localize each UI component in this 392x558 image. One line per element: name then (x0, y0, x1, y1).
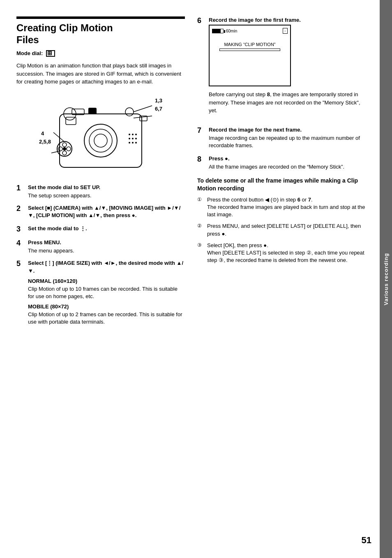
mode-dial-line: Mode dial: (16, 50, 185, 57)
battery-icon: 60min (212, 28, 237, 34)
step-6: 6 Record the image for the first frame. … (197, 16, 367, 120)
svg-line-27 (53, 132, 65, 142)
svg-point-3 (94, 134, 107, 147)
side-tab: Various recording (380, 0, 392, 558)
step-4-desc: The menu appears. (28, 247, 185, 255)
diagram-label-13: 1,3 (155, 97, 162, 104)
step-5-sub1-heading: NORMAL (160×120) (28, 278, 185, 284)
svg-point-17 (132, 134, 134, 135)
circle-text-3: Select [OK], then press ●.When [DELETE L… (207, 242, 367, 264)
circle-num-3: ③ (197, 242, 205, 264)
diagram-label-67: 6,7 (155, 106, 162, 112)
step-2-title: Select [■] (CAMERA) with ▲/▼, [MOVING IM… (28, 204, 185, 219)
svg-rect-0 (60, 114, 142, 167)
step-3-title: Set the mode dial to ⋮. (28, 225, 185, 232)
right-column: 6 Record the image for the first frame. … (197, 16, 367, 542)
side-tab-text: Various recording (383, 253, 389, 306)
sub-section-title: To delete some or all the frame images w… (197, 177, 367, 193)
sub-section: To delete some or all the frame images w… (197, 177, 367, 264)
step-8-desc: All the frame images are recorded on the… (209, 163, 367, 171)
svg-point-12 (62, 151, 67, 155)
svg-point-23 (132, 142, 134, 144)
svg-point-22 (129, 142, 130, 144)
mode-dial-icon (46, 50, 55, 57)
step-4-num: 4 (16, 239, 25, 248)
step-4: 4 Press MENU. The menu appears. (16, 239, 185, 255)
step-4-title: Press MENU. (28, 239, 185, 246)
step-1: 1 Set the mode dial to SET UP. The setup… (16, 184, 185, 199)
step-5-sub2-text: Clip Motion of up to 2 frames can be rec… (28, 311, 185, 326)
step-8-title: Press ●. (209, 155, 367, 162)
diagram-label-4: 4 (41, 130, 44, 137)
circle-num-2: ② (197, 222, 205, 237)
step-5-sub1-text: Clip Motion of up to 10 frames can be re… (28, 285, 185, 300)
step-5-title: Select [⋮] (IMAGE SIZE) with ◄/►, the de… (28, 259, 185, 274)
svg-line-28 (51, 151, 60, 153)
step-1-title: Set the mode dial to SET UP. (28, 184, 185, 191)
step-1-desc: The setup screen appears. (28, 192, 185, 199)
svg-point-13 (58, 147, 62, 151)
svg-point-20 (132, 138, 134, 139)
screen-progress-bar (219, 49, 280, 51)
intro-text: Clip Motion is an animation function tha… (16, 62, 185, 86)
step-7-desc: Image recording can be repeated up to th… (209, 134, 367, 149)
step-5-num: 5 (16, 259, 25, 269)
step-2: 2 Select [■] (CAMERA) with ▲/▼, [MOVING … (16, 204, 185, 220)
page-title: Creating Clip Motion Files (16, 18, 185, 46)
circle-item-1: ① Press the control button ◀ (⊙) in step… (197, 196, 367, 219)
circle-text-1: Press the control button ◀ (⊙) in step 6… (207, 196, 367, 219)
step-7: 7 Record the image for the next frame. I… (197, 126, 367, 150)
step-2-num: 2 (16, 204, 25, 213)
step-3: 3 Set the mode dial to ⋮. (16, 225, 185, 234)
circle-item-2: ② Press MENU, and select [DELETE LAST] o… (197, 222, 367, 237)
step-1-num: 1 (16, 184, 25, 193)
step-8: 8 Press ●. All the frame images are reco… (197, 155, 367, 171)
svg-point-18 (135, 134, 137, 135)
step-6-note: Before carrying out step 8, the images a… (209, 90, 367, 115)
step-3-num: 3 (16, 225, 25, 234)
circle-item-3: ③ Select [OK], then press ●.When [DELETE… (197, 242, 367, 264)
svg-point-21 (135, 138, 137, 139)
left-column: Creating Clip Motion Files Mode dial: Cl… (16, 16, 185, 542)
camera-screen-mockup: 60min ▫ MAKING “CLIP MOTION” (209, 25, 291, 86)
diagram-label-258: 2,5,8 (39, 139, 51, 145)
svg-point-10 (62, 143, 67, 147)
svg-line-25 (134, 106, 152, 112)
circle-text-2: Press MENU, and select [DELETE LAST] or … (207, 222, 367, 237)
memory-card-icon: ▫ (283, 28, 288, 34)
svg-point-6 (125, 108, 134, 116)
circle-num-1: ① (197, 196, 205, 219)
svg-point-14 (63, 147, 66, 150)
step-5-sub2-heading: MOBILE (80×72) (28, 303, 185, 310)
svg-point-19 (129, 138, 130, 139)
step-6-title: Record the image for the first frame. (209, 16, 367, 24)
svg-rect-5 (88, 108, 97, 114)
step-7-num: 7 (197, 126, 205, 135)
page-number: 51 (362, 535, 371, 546)
svg-point-11 (67, 147, 71, 151)
step-8-num: 8 (197, 155, 205, 164)
circle-list: ① Press the control button ◀ (⊙) in step… (197, 196, 367, 264)
svg-point-24 (135, 142, 137, 144)
screen-label: MAKING “CLIP MOTION” (212, 42, 288, 47)
step-7-title: Record the image for the next frame. (209, 126, 367, 134)
step-6-num: 6 (197, 16, 205, 25)
camera-diagram: 1,3 6,7 4 2,5,8 (35, 93, 166, 176)
steps-left-list: 1 Set the mode dial to SET UP. The setup… (16, 184, 185, 326)
svg-point-2 (89, 129, 112, 152)
svg-point-16 (129, 134, 130, 135)
step-5: 5 Select [⋮] (IMAGE SIZE) with ◄/►, the … (16, 259, 185, 326)
